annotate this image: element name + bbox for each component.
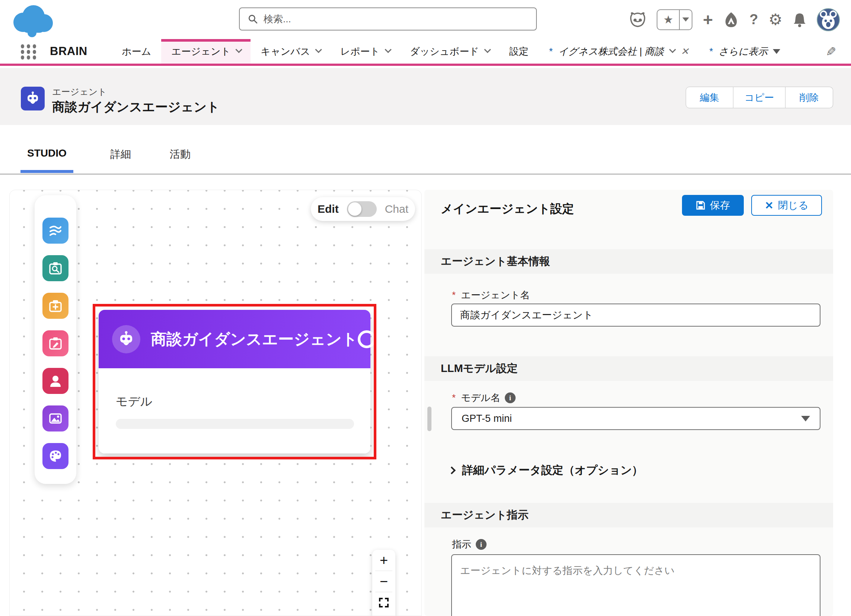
record-search-tool-icon[interactable]	[42, 255, 69, 281]
tool-palette	[35, 195, 76, 484]
search-icon	[248, 14, 258, 24]
tabs-divider	[0, 174, 851, 174]
info-icon[interactable]: i	[505, 393, 516, 403]
zoom-in-button[interactable]: +	[372, 550, 395, 571]
model-name-label: * モデル名 i	[452, 391, 516, 404]
favorites-control: ★	[657, 9, 692, 30]
nav-tab-settings[interactable]: 設定	[499, 39, 539, 64]
close-button[interactable]: ✕ 閉じる	[751, 195, 822, 216]
mode-chat-label[interactable]: Chat	[385, 203, 408, 215]
tab-activity[interactable]: 活動	[170, 147, 191, 162]
global-header: 検索... ★ +	[0, 0, 851, 39]
delete-button[interactable]: 削除	[785, 87, 833, 108]
fit-view-icon	[379, 598, 389, 607]
nav-tab-home[interactable]: ホーム	[112, 39, 161, 64]
flow-tool-icon[interactable]	[42, 217, 69, 244]
agent-node[interactable]: 商談ガイダンスエージェント モデル	[99, 310, 370, 453]
section-agent-instructions: エージェント指示	[424, 503, 833, 528]
image-tool-icon[interactable]	[42, 405, 69, 432]
nav-tab-show-more[interactable]: * さらに表示	[699, 39, 790, 64]
user-avatar[interactable]	[817, 8, 840, 31]
record-edit-tool-icon[interactable]	[42, 330, 69, 356]
node-model-label: モデル	[116, 394, 152, 410]
agent-entity-icon	[21, 87, 45, 111]
favorites-dropdown-icon[interactable]	[679, 10, 692, 29]
required-mark: *	[452, 289, 456, 301]
required-mark: *	[452, 392, 456, 403]
chevron-down-icon[interactable]	[385, 46, 392, 53]
chevron-down-icon[interactable]	[669, 46, 676, 53]
panel-title: メインエージェント設定	[441, 201, 574, 217]
record-add-tool-icon[interactable]	[42, 293, 69, 319]
chevron-right-icon	[448, 466, 456, 474]
studio-canvas[interactable]: Edit Chat 商談	[9, 190, 422, 616]
app-launcher-waffle-icon[interactable]	[21, 44, 37, 59]
save-floppy-icon	[696, 201, 705, 210]
node-selection-outline: 商談ガイダンスエージェント モデル	[93, 304, 376, 459]
nav-bar: BRAIN ホーム エージェント キャンバス レポート ダッシュボード 設定 *	[0, 39, 851, 66]
global-search-input[interactable]: 検索...	[239, 7, 537, 30]
record-actions: 編集 コピー 削除	[686, 87, 833, 108]
global-header-icons: ★ + ? ⚙	[629, 0, 840, 39]
node-title: 商談ガイダンスエージェント	[151, 330, 359, 349]
setup-gear-icon[interactable]: ⚙	[768, 10, 782, 28]
edit-chat-switch[interactable]	[347, 201, 377, 217]
info-icon[interactable]: i	[476, 539, 487, 550]
zoom-out-button[interactable]: −	[372, 571, 395, 592]
tab-details[interactable]: 詳細	[110, 147, 131, 162]
tab-studio[interactable]: STUDIO	[27, 147, 67, 159]
page-title: 商談ガイダンスエージェント	[52, 99, 220, 116]
chevron-down-icon[interactable]	[236, 46, 242, 53]
mode-edit-label[interactable]: Edit	[317, 203, 339, 215]
copy-button[interactable]: コピー	[733, 87, 785, 108]
search-placeholder: 検索...	[263, 13, 291, 25]
app-name: BRAIN	[50, 39, 87, 64]
einstein-icon[interactable]	[629, 12, 646, 27]
advanced-params-toggle[interactable]: 詳細パラメータ設定（オプション）	[449, 463, 643, 478]
palette-tool-icon[interactable]	[42, 443, 69, 469]
chevron-down-icon[interactable]	[484, 46, 491, 53]
chevron-down-icon[interactable]	[315, 46, 322, 53]
agent-name-input[interactable]	[451, 304, 821, 327]
node-model-placeholder-bar[interactable]	[116, 419, 354, 429]
canvas-zoom-controls: + −	[372, 550, 395, 616]
nav-tab-canvas[interactable]: キャンバス	[251, 39, 330, 64]
model-select-value: GPT-5 mini	[462, 413, 512, 424]
save-button[interactable]: 保存	[682, 195, 744, 216]
panel-resize-handle[interactable]	[427, 406, 432, 431]
instructions-label: 指示 i	[452, 538, 487, 551]
nav-tab-agent[interactable]: エージェント	[161, 39, 251, 64]
node-robot-avatar	[112, 325, 140, 354]
salesforce-cloud-logo	[11, 1, 55, 37]
edit-button[interactable]: 編集	[686, 87, 733, 108]
guidance-center-icon[interactable]	[723, 12, 739, 28]
edit-nav-pencil-icon[interactable]: ✎	[826, 44, 836, 59]
record-tabs: STUDIO 詳細 活動	[0, 125, 851, 190]
section-basic-info: エージェント基本情報	[424, 249, 833, 274]
model-select[interactable]: GPT-5 mini	[451, 407, 821, 430]
fit-view-button[interactable]	[372, 592, 395, 613]
nav-tab-dashboard[interactable]: ダッシュボード	[400, 39, 499, 64]
nav-tabs: ホーム エージェント キャンバス レポート ダッシュボード 設定 * イグネス株…	[112, 39, 790, 64]
unsaved-mark: *	[709, 46, 713, 57]
node-connector-port[interactable]	[358, 330, 376, 348]
nav-tab-opportunity-record[interactable]: * イグネス株式会社 | 商談 ✕	[539, 39, 699, 64]
close-x-icon: ✕	[765, 199, 773, 212]
agent-name-label: * エージェント名	[452, 289, 530, 302]
favorites-star-icon[interactable]: ★	[657, 10, 679, 29]
notifications-bell-icon[interactable]	[793, 12, 806, 27]
instructions-textarea[interactable]	[451, 554, 821, 616]
section-llm-settings: LLMモデル設定	[424, 356, 833, 381]
app-root: 検索... ★ +	[0, 0, 851, 616]
switch-knob	[348, 202, 361, 216]
user-tool-icon[interactable]	[42, 368, 69, 394]
select-caret-icon	[801, 416, 810, 421]
dropdown-caret-icon[interactable]	[773, 49, 780, 54]
global-actions-plus-icon[interactable]: +	[703, 11, 713, 28]
nav-tab-report[interactable]: レポート	[330, 39, 400, 64]
robot-icon	[25, 91, 40, 106]
entity-type-label: エージェント	[52, 86, 107, 98]
help-icon[interactable]: ?	[749, 12, 758, 27]
agent-node-header: 商談ガイダンスエージェント	[99, 310, 370, 368]
close-tab-icon[interactable]: ✕	[681, 46, 689, 57]
